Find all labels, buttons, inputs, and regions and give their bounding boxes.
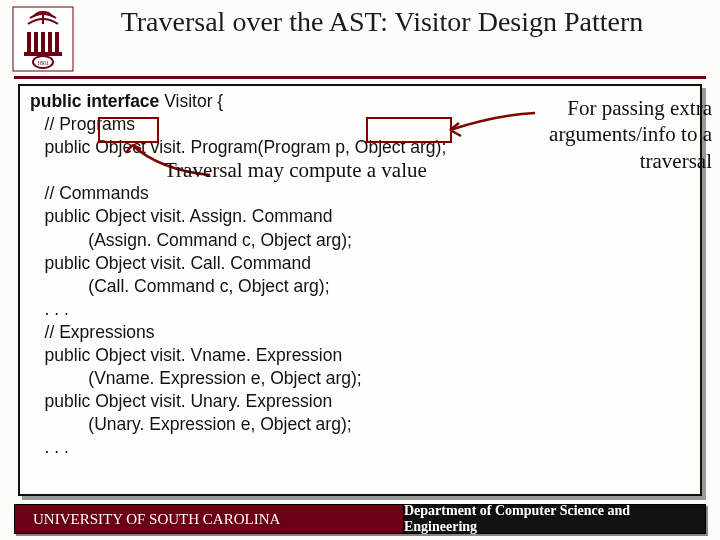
annotation-passing-label: For passing extra arguments/info to a tr… <box>532 95 712 174</box>
code-text: Visitor { <box>164 91 223 111</box>
svg-text:1801: 1801 <box>37 60 49 66</box>
code-line: (Unary. Expression e, Object arg); <box>30 414 352 434</box>
code-line: public Object visit. Assign. Command <box>30 206 332 226</box>
code-line: public Object visit. Vname. Expression <box>30 345 342 365</box>
code-line: // Commands <box>30 183 149 203</box>
code-line: . . . <box>30 299 69 319</box>
code-line: // Expressions <box>30 322 155 342</box>
svg-rect-3 <box>41 32 45 52</box>
annotation-box-arg <box>366 117 452 143</box>
code-line: (Vname. Expression e, Object arg); <box>30 368 362 388</box>
svg-rect-4 <box>48 32 52 52</box>
footer-department: Department of Computer Science and Engin… <box>403 504 706 534</box>
title-area: 1801 Traversal over the AST: Visitor Des… <box>0 0 720 72</box>
footer-university: UNIVERSITY OF SOUTH CAROLINA <box>14 504 403 534</box>
svg-rect-1 <box>27 32 31 52</box>
code-line: (Assign. Command c, Object arg); <box>30 230 352 250</box>
usc-logo-icon: 1801 <box>12 6 74 72</box>
svg-rect-2 <box>34 32 38 52</box>
slide-title: Traversal over the AST: Visitor Design P… <box>74 6 720 38</box>
annotation-box-object <box>98 117 159 143</box>
code-kw: public interface <box>30 91 164 111</box>
code-line: public Object visit. Unary. Expression <box>30 391 332 411</box>
slide: 1801 Traversal over the AST: Visitor Des… <box>0 0 720 540</box>
code-line: (Call. Command c, Object arg); <box>30 276 330 296</box>
svg-rect-5 <box>55 32 59 52</box>
code-line: public Object visit. Call. Command <box>30 253 311 273</box>
code-line: . . . <box>30 437 69 457</box>
title-underline <box>14 76 706 79</box>
footer: UNIVERSITY OF SOUTH CAROLINA Department … <box>14 504 706 534</box>
annotation-traversal-label: Traversal may compute a value <box>164 158 484 183</box>
